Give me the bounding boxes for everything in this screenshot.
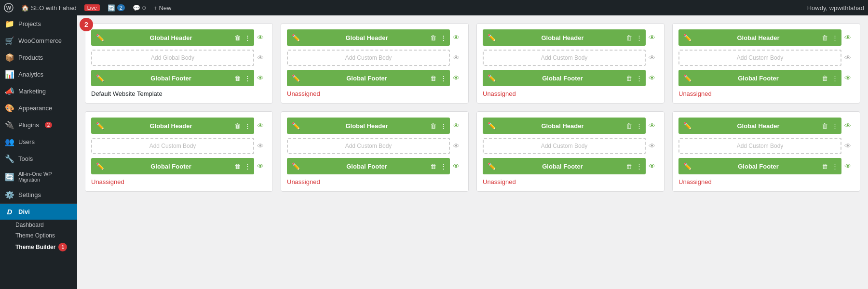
card2-header-more-btn[interactable]: ⋮ bbox=[439, 34, 448, 41]
card2-footer-delete-btn[interactable]: 🗑 bbox=[429, 75, 438, 82]
card7-header-eye-btn[interactable]: 👁 bbox=[646, 122, 658, 130]
sidebar-item-woocommerce[interactable]: 🛒 WooCommerce bbox=[0, 32, 77, 49]
card5-header-eye-btn[interactable]: 👁 bbox=[254, 122, 267, 130]
card5-footer-delete-btn[interactable]: 🗑 bbox=[233, 163, 242, 170]
card2-footer-more-btn[interactable]: ⋮ bbox=[439, 75, 448, 82]
card8-body-eye-btn[interactable]: 👁 bbox=[841, 142, 854, 150]
settings-icon: ⚙️ bbox=[5, 190, 14, 199]
card5-header-delete-btn[interactable]: 🗑 bbox=[233, 122, 242, 130]
card1-footer-delete-btn[interactable]: 🗑 bbox=[233, 75, 242, 82]
card7-footer-eye-btn[interactable]: 👁 bbox=[646, 162, 658, 170]
card4-footer-edit-btn[interactable]: ✏️ bbox=[678, 74, 696, 82]
card6-footer-eye-btn[interactable]: 👁 bbox=[450, 162, 462, 170]
sidebar-item-products[interactable]: 📦 Products bbox=[0, 49, 77, 66]
sidebar-item-projects[interactable]: 📁 Projects bbox=[0, 15, 77, 32]
card2-footer-edit-btn[interactable]: ✏️ bbox=[287, 74, 305, 82]
card8-header-eye-btn[interactable]: 👁 bbox=[841, 122, 854, 130]
card5-footer-eye-btn[interactable]: 👁 bbox=[254, 162, 267, 170]
card8-header-edit-btn[interactable]: ✏️ bbox=[678, 122, 696, 130]
sidebar-item-analytics[interactable]: 📊 Analytics bbox=[0, 66, 77, 83]
card3-header-edit-btn[interactable]: ✏️ bbox=[483, 34, 501, 41]
sidebar-item-plugins[interactable]: 🔌 Plugins 2 bbox=[0, 117, 77, 133]
card7-header-delete-btn[interactable]: 🗑 bbox=[624, 122, 634, 130]
card4-header-more-btn[interactable]: ⋮ bbox=[830, 34, 840, 41]
card8-footer-delete-btn[interactable]: 🗑 bbox=[820, 163, 829, 170]
card6-header-eye-btn[interactable]: 👁 bbox=[450, 122, 462, 130]
card8-header-more-btn[interactable]: ⋮ bbox=[830, 122, 840, 130]
card1-footer-eye-btn[interactable]: 👁 bbox=[254, 74, 267, 82]
card3-footer-edit-btn[interactable]: ✏️ bbox=[483, 74, 501, 82]
card7-footer-delete-btn[interactable]: 🗑 bbox=[624, 163, 634, 170]
card7-header-actions: 🗑 ⋮ bbox=[624, 122, 646, 130]
card3-header-delete-btn[interactable]: 🗑 bbox=[624, 34, 634, 41]
card3-body-eye-btn[interactable]: 👁 bbox=[646, 54, 658, 62]
sidebar-item-users[interactable]: 👥 Users bbox=[0, 133, 77, 150]
card1-header-delete-btn[interactable]: 🗑 bbox=[233, 34, 242, 41]
card6-footer-more-btn[interactable]: ⋮ bbox=[439, 163, 448, 170]
sidebar-sub-dashboard[interactable]: Dashboard bbox=[0, 220, 77, 230]
card6-header-more-btn[interactable]: ⋮ bbox=[439, 122, 448, 130]
sidebar-sub-theme-options[interactable]: Theme Options bbox=[0, 230, 77, 241]
card1-header-edit-btn[interactable]: ✏️ bbox=[91, 34, 109, 41]
new-button[interactable]: + New bbox=[153, 4, 171, 12]
updates-button[interactable]: 🔄 2 bbox=[108, 4, 125, 12]
sidebar-sub-theme-builder[interactable]: Theme Builder 1 bbox=[0, 241, 77, 253]
card1-footer-more-btn[interactable]: ⋮ bbox=[243, 75, 252, 82]
card1-header-more-btn[interactable]: ⋮ bbox=[243, 34, 252, 41]
card4-header-edit-btn[interactable]: ✏️ bbox=[678, 34, 696, 41]
card4-header-eye-btn[interactable]: 👁 bbox=[841, 34, 854, 41]
card8-footer-edit-btn[interactable]: ✏️ bbox=[678, 162, 696, 170]
card4-footer-eye-btn[interactable]: 👁 bbox=[841, 74, 854, 82]
card6-header-label: Global Header bbox=[305, 122, 429, 130]
card5-header-more-btn[interactable]: ⋮ bbox=[243, 122, 252, 130]
card5-footer-more-btn[interactable]: ⋮ bbox=[243, 163, 252, 170]
card5-footer-edit-btn[interactable]: ✏️ bbox=[91, 162, 109, 170]
sidebar-item-appearance[interactable]: 🎨 Appearance bbox=[0, 100, 77, 117]
sidebar-item-tools[interactable]: 🔧 Tools bbox=[0, 150, 77, 167]
wp-logo-button[interactable]: W bbox=[4, 3, 14, 13]
card7-header-more-btn[interactable]: ⋮ bbox=[635, 122, 644, 130]
card2-body-eye-btn[interactable]: 👁 bbox=[450, 54, 462, 62]
card5-body-eye-btn[interactable]: 👁 bbox=[254, 142, 267, 150]
card2-body-label: Add Custom Body bbox=[288, 54, 449, 61]
card2-header-delete-btn[interactable]: 🗑 bbox=[429, 34, 438, 41]
card7-footer-edit-btn[interactable]: ✏️ bbox=[483, 162, 501, 170]
card4-body-eye-btn[interactable]: 👁 bbox=[841, 54, 854, 62]
card2-header-edit-btn[interactable]: ✏️ bbox=[287, 34, 305, 41]
card5-header-row: ✏️ Global Header 🗑 ⋮ 👁 bbox=[91, 118, 267, 134]
card1-footer-edit-btn[interactable]: ✏️ bbox=[91, 74, 109, 82]
site-name-button[interactable]: 🏠 SEO with Fahad bbox=[21, 4, 77, 12]
card7-header-edit-btn[interactable]: ✏️ bbox=[483, 122, 501, 130]
card3-footer-delete-btn[interactable]: 🗑 bbox=[624, 75, 634, 82]
card4-header-delete-btn[interactable]: 🗑 bbox=[820, 34, 829, 41]
card6-footer-edit-btn[interactable]: ✏️ bbox=[287, 162, 305, 170]
card2-footer-eye-btn[interactable]: 👁 bbox=[450, 74, 462, 82]
card8-header-delete-btn[interactable]: 🗑 bbox=[820, 122, 829, 130]
card7-body-eye-btn[interactable]: 👁 bbox=[646, 142, 658, 150]
card8-footer-eye-btn[interactable]: 👁 bbox=[841, 162, 854, 170]
card4-footer-delete-btn[interactable]: 🗑 bbox=[820, 75, 829, 82]
card6-header-edit-btn[interactable]: ✏️ bbox=[287, 122, 305, 130]
card3-header-more-btn[interactable]: ⋮ bbox=[635, 34, 644, 41]
sidebar-item-settings[interactable]: ⚙️ Settings bbox=[0, 186, 77, 203]
sidebar-item-marketing[interactable]: 📣 Marketing bbox=[0, 83, 77, 100]
card5-header-edit-btn[interactable]: ✏️ bbox=[91, 122, 109, 130]
card3-header-eye-btn[interactable]: 👁 bbox=[646, 34, 658, 41]
sidebar-item-divi[interactable]: D Divi bbox=[0, 204, 77, 220]
card3-footer-more-btn[interactable]: ⋮ bbox=[635, 75, 644, 82]
card8-footer-more-btn[interactable]: ⋮ bbox=[830, 163, 840, 170]
card1-body-eye-btn[interactable]: 👁 bbox=[254, 54, 267, 62]
card5-body-row: Add Custom Body 👁 bbox=[91, 138, 267, 154]
card3-footer-eye-btn[interactable]: 👁 bbox=[646, 74, 658, 82]
card7-footer-more-btn[interactable]: ⋮ bbox=[635, 163, 644, 170]
card2-header-eye-btn[interactable]: 👁 bbox=[450, 34, 462, 41]
card8-footer-actions: 🗑 ⋮ bbox=[820, 163, 841, 170]
comments-button[interactable]: 💬 0 bbox=[133, 4, 146, 12]
card1-header-eye-btn[interactable]: 👁 bbox=[254, 34, 267, 41]
card6-body-eye-btn[interactable]: 👁 bbox=[450, 142, 462, 150]
card6-header-delete-btn[interactable]: 🗑 bbox=[429, 122, 438, 130]
card4-footer-more-btn[interactable]: ⋮ bbox=[830, 75, 840, 82]
card6-footer-delete-btn[interactable]: 🗑 bbox=[429, 163, 438, 170]
plugins-icon: 🔌 bbox=[5, 120, 14, 130]
sidebar-item-migration[interactable]: 🔄 All-in-One WP Migration bbox=[0, 167, 77, 186]
